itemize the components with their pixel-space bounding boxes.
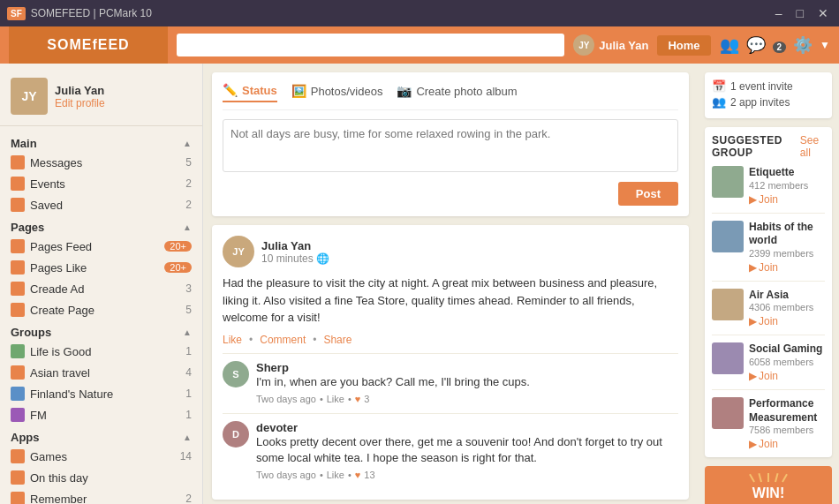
people-icon[interactable]: 👥	[720, 35, 739, 55]
comment-devoter-body: devoter Looks pretty decent over there, …	[256, 421, 678, 480]
sidebar-item-games[interactable]: Games 14	[0, 446, 202, 467]
post-button[interactable]: Post	[618, 182, 678, 206]
groups-section-arrow[interactable]: ▲	[183, 327, 192, 337]
nav-icons: 👥 💬 2 ⚙️ ▼	[720, 35, 830, 55]
creade-ad-count: 3	[185, 282, 192, 295]
maximize-button[interactable]: □	[793, 6, 807, 20]
etiquette-join-button[interactable]: ▶ Join	[749, 193, 825, 206]
life-good-icon	[11, 344, 25, 358]
sidebar-item-fm[interactable]: FM 1	[0, 404, 202, 425]
habits-join-button[interactable]: ▶ Join	[749, 261, 825, 274]
sidebar-item-create-page[interactable]: Create Page 5	[0, 299, 202, 320]
sidebar-section-main: Main ▲	[0, 132, 202, 152]
sidebar-item-messages[interactable]: Messages 5	[0, 152, 202, 173]
sidebar-item-asian-travel[interactable]: Asian travel 4	[0, 362, 202, 383]
pages-section-arrow[interactable]: ▲	[183, 222, 192, 232]
perf-members: 7586 members	[749, 425, 825, 435]
sidebar-item-pages-feed[interactable]: Pages Feed 20+	[0, 236, 202, 257]
sidebar-item-remember[interactable]: Remember 2	[0, 488, 202, 504]
hearts-sherp-count: 3	[364, 394, 369, 404]
sidebar-saved-label: Saved	[30, 199, 180, 212]
main-section-arrow[interactable]: ▲	[183, 139, 192, 148]
comment-sherp-text: I'm in, when are you back? Call me, I'll…	[256, 374, 678, 390]
left-sidebar: JY Julia Yan Edit profile Main ▲ Message…	[0, 64, 203, 504]
share-action[interactable]: Share	[323, 334, 351, 346]
search-input[interactable]	[177, 34, 564, 56]
perf-info: Performance Measurement 7586 members ▶ J…	[749, 397, 825, 450]
perf-join-button[interactable]: ▶ Join	[749, 438, 825, 450]
app-invites[interactable]: 👥 2 app invites	[712, 95, 825, 109]
win-banner[interactable]: WIN!	[705, 466, 832, 504]
etiquette-name: Etiquette	[749, 166, 825, 180]
air-asia-info: Air Asia 4306 members ▶ Join	[749, 289, 825, 328]
sidebar-asiantravel-label: Asian travel	[30, 366, 180, 380]
event-invite[interactable]: 📅 1 event invite	[712, 79, 825, 93]
fm-count: 1	[185, 409, 192, 421]
post-creation-box: ✏️ Status 🖼️ Photos/videos 📷 Create phot…	[212, 72, 689, 216]
minimize-button[interactable]: –	[772, 6, 786, 20]
post-actions: Post	[223, 182, 678, 206]
comment-devoter-time: Two days ago	[256, 470, 316, 480]
comment-sherp-time: Two days ago	[256, 394, 316, 404]
like-action[interactable]: Like	[223, 334, 242, 346]
tab-create-photo-album[interactable]: 📷 Create photo album	[397, 83, 517, 102]
suggested-group-air-asia: Air Asia 4306 members ▶ Join	[712, 289, 825, 336]
air-asia-avatar	[712, 289, 744, 320]
sidebar-messages-label: Messages	[30, 156, 180, 169]
remember-count: 2	[185, 493, 192, 504]
status-tab-label: Status	[242, 84, 277, 97]
album-tab-icon: 📷	[397, 84, 412, 98]
home-button[interactable]: Home	[657, 35, 710, 56]
post-tabs: ✏️ Status 🖼️ Photos/videos 📷 Create phot…	[223, 83, 678, 110]
comment-sherp: S Sherp I'm in, when are you back? Call …	[223, 353, 678, 404]
comment-devoter-meta: Two days ago • Like • ♥ 13	[256, 470, 678, 480]
sidebar-onthisday-label: On this day	[30, 471, 186, 485]
status-tab-icon: ✏️	[223, 83, 238, 97]
finland-count: 1	[185, 387, 192, 400]
notification-icon[interactable]: 2	[773, 36, 787, 55]
chat-icon[interactable]: 💬	[746, 35, 766, 55]
post-text-input[interactable]	[223, 119, 678, 172]
sidebar-section-apps: Apps ▲	[0, 425, 202, 446]
sidebar-creade-ad-label: Creade Ad	[30, 282, 180, 296]
sidebar-events-label: Events	[30, 177, 180, 191]
sidebar-item-creade-ad[interactable]: Creade Ad 3	[0, 278, 202, 299]
win-label: WIN!	[752, 485, 784, 500]
see-all-link[interactable]: See all	[800, 134, 825, 159]
pages-feed-icon	[11, 239, 25, 253]
post-meta: Julia Yan 10 minutes 🌐	[261, 239, 678, 265]
sidebar-item-on-this-day[interactable]: On this day	[0, 467, 202, 488]
games-count: 14	[180, 450, 192, 463]
tab-status[interactable]: ✏️ Status	[223, 83, 277, 102]
album-tab-label: Create photo album	[416, 85, 517, 98]
post-time: 10 minutes 🌐	[261, 252, 678, 265]
feed-post: JY Julia Yan 10 minutes 🌐 Had the pleasu…	[212, 225, 689, 500]
sidebar-item-finland-nature[interactable]: Finland's Nature 1	[0, 383, 202, 404]
social-gaming-avatar	[712, 342, 744, 374]
settings-icon[interactable]: ⚙️	[793, 35, 813, 55]
comment-sherp-avatar: S	[223, 361, 249, 387]
sidebar-item-events[interactable]: Events 2	[0, 173, 202, 194]
sidebar-fm-label: FM	[30, 409, 180, 422]
suggested-header: SUGGESTED GROUP See all	[712, 134, 825, 159]
sidebar-item-life-is-good[interactable]: Life is Good 1	[0, 341, 202, 362]
air-asia-name: Air Asia	[749, 289, 825, 303]
like-sherp[interactable]: Like	[327, 394, 344, 404]
tab-photos-videos[interactable]: 🖼️ Photos/videos	[291, 83, 383, 102]
sidebar-item-saved[interactable]: Saved 2	[0, 194, 202, 215]
perf-avatar	[712, 397, 744, 429]
social-gaming-join-button[interactable]: ▶ Join	[749, 370, 825, 382]
nav-dropdown-icon[interactable]: ▼	[820, 39, 830, 51]
suggested-group-etiquette: Etiquette 412 members ▶ Join	[712, 166, 825, 214]
sidebar-item-pages-like[interactable]: Pages Like 20+	[0, 257, 202, 278]
event-invite-icon: 📅	[712, 79, 726, 93]
comment-action[interactable]: Comment	[260, 334, 306, 346]
air-asia-join-button[interactable]: ▶ Join	[749, 315, 825, 327]
edit-profile-link[interactable]: Edit profile	[55, 97, 105, 109]
comment-devoter-text: Looks pretty decent over there, get me a…	[256, 434, 678, 466]
apps-section-arrow[interactable]: ▲	[183, 433, 192, 442]
sidebar-section-groups: Groups ▲	[0, 320, 202, 341]
like-devoter[interactable]: Like	[327, 470, 344, 480]
comment-sherp-author: Sherp	[256, 361, 678, 374]
close-button[interactable]: ✕	[814, 6, 832, 20]
